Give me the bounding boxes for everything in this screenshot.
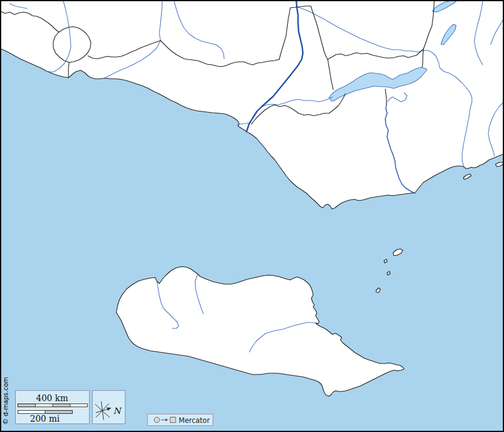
projection-label: Mercator	[179, 416, 210, 425]
projection-tag: Mercator	[148, 414, 213, 426]
scale-mi-label: 200 mi	[30, 414, 60, 424]
scale-bar-mi	[18, 411, 73, 414]
scale-bar-km	[18, 404, 88, 407]
scale-box: 400 km 200 mi	[16, 391, 90, 424]
attribution-text: © d-maps.com	[2, 377, 9, 425]
scale-km-label: 400 km	[36, 393, 68, 403]
north-arrow-box: N	[93, 391, 125, 424]
globe-circle-icon	[154, 417, 160, 423]
map-canvas: 400 km 200 mi N Mercator	[0, 0, 504, 432]
map-square-icon	[170, 417, 176, 423]
